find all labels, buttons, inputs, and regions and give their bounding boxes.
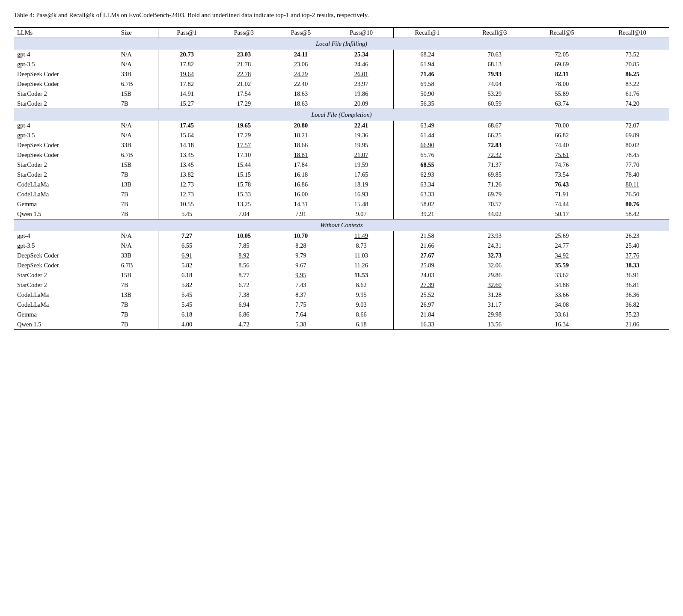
table-cell: 82.11 <box>528 69 595 79</box>
table-cell: 50.90 <box>393 89 461 99</box>
col-recall10: Recall@10 <box>595 27 669 38</box>
table-cell: 6.72 <box>215 280 272 290</box>
table-cell: 17.29 <box>215 130 272 140</box>
table-cell: 17.54 <box>215 89 272 99</box>
table-cell: 25.89 <box>393 261 461 270</box>
table-cell: CodeLLaMa <box>14 190 118 199</box>
table-cell: 17.57 <box>215 140 272 150</box>
table-row: StarCoder 215B13.4515.4417.8419.5968.557… <box>14 160 669 170</box>
table-cell: 63.49 <box>393 121 461 130</box>
table-cell: 61.94 <box>393 59 461 69</box>
table-cell: 23.06 <box>272 59 329 69</box>
table-row: StarCoder 215B14.9117.5418.6319.8650.905… <box>14 89 669 99</box>
table-cell: 34.08 <box>528 300 595 310</box>
table-cell: 23.97 <box>330 79 394 89</box>
table-cell: 61.76 <box>595 89 669 99</box>
table-cell: Gemma <box>14 199 118 209</box>
table-cell: 32.60 <box>461 280 528 290</box>
table-cell: 21.66 <box>393 241 461 251</box>
table-cell: N/A <box>118 59 158 69</box>
table-row: gpt-4N/A20.7323.0324.1125.3468.2470.6372… <box>14 50 669 59</box>
table-cell: 80.02 <box>595 140 669 150</box>
table-cell: 14.91 <box>158 89 215 99</box>
table-cell: Qwen 1.5 <box>14 209 118 219</box>
table-cell: 19.59 <box>330 160 394 170</box>
table-row: CodeLLaMa7B12.7315.3316.0016.9363.3369.7… <box>14 190 669 199</box>
table-cell: 22.41 <box>330 121 394 130</box>
table-cell: 11.53 <box>330 270 394 280</box>
table-cell: 70.00 <box>528 121 595 130</box>
table-cell: 17.10 <box>215 150 272 160</box>
table-cell: DeepSeek Coder <box>14 261 118 270</box>
table-row: Qwen 1.57B4.004.725.386.1816.3313.5616.3… <box>14 320 669 330</box>
table-cell: DeepSeek Coder <box>14 79 118 89</box>
table-cell: 5.82 <box>158 280 215 290</box>
table-cell: 70.85 <box>595 59 669 69</box>
table-cell: 7B <box>118 300 158 310</box>
table-cell: 12.73 <box>158 190 215 199</box>
table-cell: 24.46 <box>330 59 394 69</box>
table-cell: 32.73 <box>461 251 528 261</box>
table-cell: 71.46 <box>393 69 461 79</box>
table-cell: 68.13 <box>461 59 528 69</box>
table-cell: 16.00 <box>272 190 329 199</box>
table-cell: 33B <box>118 140 158 150</box>
table-cell: 36.82 <box>595 300 669 310</box>
table-cell: 71.37 <box>461 160 528 170</box>
table-cell: 8.62 <box>330 280 394 290</box>
table-cell: 62.93 <box>393 170 461 180</box>
table-cell: 11.03 <box>330 251 394 261</box>
table-cell: 72.32 <box>461 150 528 160</box>
table-cell: 7B <box>118 99 158 109</box>
table-cell: 78.00 <box>528 79 595 89</box>
table-cell: 76.50 <box>595 190 669 199</box>
table-cell: 13.56 <box>461 320 528 330</box>
table-cell: 22.40 <box>272 79 329 89</box>
table-row: gpt-3.5N/A6.557.858.288.7321.6624.3124.7… <box>14 241 669 251</box>
table-cell: 6.18 <box>330 320 394 330</box>
table-cell: 16.93 <box>330 190 394 199</box>
table-cell: Gemma <box>14 310 118 320</box>
table-cell: 29.86 <box>461 270 528 280</box>
table-row: StarCoder 215B6.188.779.9511.5324.0329.8… <box>14 270 669 280</box>
table-cell: 24.11 <box>272 50 329 59</box>
table-cell: 72.07 <box>595 121 669 130</box>
table-cell: 13.25 <box>215 199 272 209</box>
table-cell: 8.66 <box>330 310 394 320</box>
table-cell: 25.52 <box>393 290 461 300</box>
table-cell: 14.31 <box>272 199 329 209</box>
table-cell: gpt-3.5 <box>14 59 118 69</box>
table-cell: 23.93 <box>461 231 528 241</box>
table-cell: 7.85 <box>215 241 272 251</box>
table-cell: 10.55 <box>158 199 215 209</box>
table-cell: 9.95 <box>272 270 329 280</box>
table-cell: 33.62 <box>528 270 595 280</box>
table-cell: 17.82 <box>158 79 215 89</box>
col-recall3: Recall@3 <box>461 27 528 38</box>
table-cell: 7B <box>118 310 158 320</box>
table-cell: 15B <box>118 270 158 280</box>
table-cell: 13B <box>118 180 158 190</box>
table-cell: 6.7B <box>118 79 158 89</box>
table-cell: 77.70 <box>595 160 669 170</box>
table-cell: 19.65 <box>215 121 272 130</box>
table-cell: 74.76 <box>528 160 595 170</box>
table-cell: 21.78 <box>215 59 272 69</box>
table-row: DeepSeek Coder33B19.6422.7824.2926.0171.… <box>14 69 669 79</box>
table-cell: DeepSeek Coder <box>14 150 118 160</box>
table-cell: 74.40 <box>528 140 595 150</box>
table-cell: 24.03 <box>393 270 461 280</box>
table-cell: 58.42 <box>595 209 669 219</box>
table-cell: 7.04 <box>215 209 272 219</box>
table-cell: 65.76 <box>393 150 461 160</box>
table-row: CodeLLaMa13B12.7315.7816.8618.1963.3471.… <box>14 180 669 190</box>
table-cell: 63.33 <box>393 190 461 199</box>
table-cell: 15.78 <box>215 180 272 190</box>
table-cell: 75.61 <box>528 150 595 160</box>
table-cell: 36.91 <box>595 270 669 280</box>
table-cell: 60.59 <box>461 99 528 109</box>
table-cell: 16.18 <box>272 170 329 180</box>
table-cell: 21.06 <box>595 320 669 330</box>
table-cell: 71.26 <box>461 180 528 190</box>
table-cell: StarCoder 2 <box>14 270 118 280</box>
